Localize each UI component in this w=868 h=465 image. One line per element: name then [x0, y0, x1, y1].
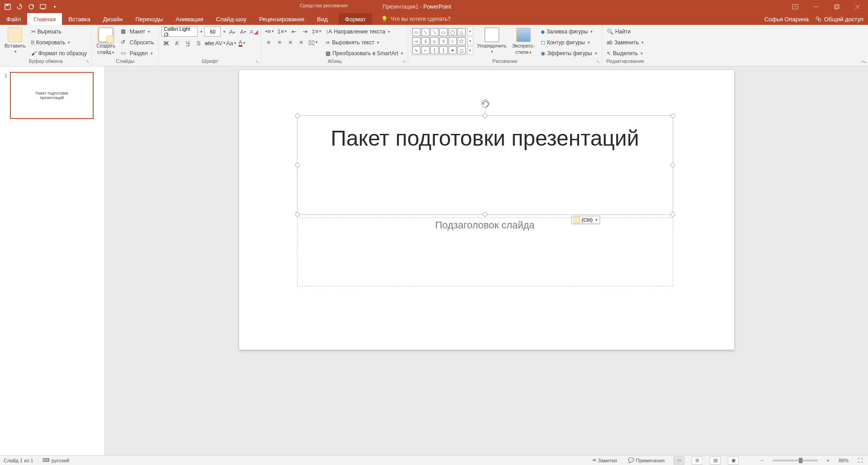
zoom-value[interactable]: 88% — [839, 458, 849, 463]
title-textbox[interactable]: Пакет подготовки презентаций — [297, 115, 673, 215]
shapes-gallery[interactable]: ▭＼＼▭◯△ ⇨⇩◇⇧☆⬡ ∿⌐{}✦◻ — [411, 27, 467, 56]
share-button[interactable]: Общий доступ — [815, 16, 863, 23]
format-painter-button[interactable]: 🖌Формат по образцу — [29, 48, 89, 58]
thumbnail-preview[interactable]: Пакет подготовки презентаций — [10, 72, 94, 119]
shape-callout-icon[interactable]: ◻ — [458, 46, 466, 54]
slide-thumbnail-pane[interactable]: 1 Пакет подготовки презентаций — [0, 66, 105, 455]
zoom-out-button[interactable]: − — [759, 458, 765, 463]
close-button[interactable] — [847, 0, 868, 13]
shape-curve-icon[interactable]: ∿ — [412, 46, 420, 54]
change-case-button[interactable]: Aa▾ — [226, 38, 236, 47]
resize-handle-b[interactable] — [483, 212, 487, 217]
zoom-thumb[interactable] — [799, 458, 802, 463]
italic-button[interactable]: К — [172, 38, 181, 47]
find-button[interactable]: 🔍Найти — [605, 27, 646, 37]
text-direction-button[interactable]: ↕AНаправление текста▾ — [324, 27, 405, 37]
gallery-up-icon[interactable]: ▴ — [467, 27, 473, 35]
convert-smartart-button[interactable]: ▦Преобразовать в SmartArt▾ — [324, 48, 405, 58]
tab-home[interactable]: Главная — [27, 13, 62, 25]
subtitle-placeholder-text[interactable]: Подзаголовок слайда — [297, 218, 673, 231]
tab-animations[interactable]: Анимация — [169, 13, 209, 25]
character-spacing-button[interactable]: AV▾ — [216, 38, 225, 47]
shape-arrow-d-icon[interactable]: ⇩ — [421, 37, 429, 45]
font-launcher-icon[interactable]: ⤡ — [255, 59, 259, 64]
strikethrough-button[interactable]: abc — [205, 38, 214, 47]
rotate-handle-icon[interactable] — [481, 100, 489, 108]
slide-canvas[interactable]: Пакет подготовки презентаций Подзаголово… — [239, 70, 734, 350]
start-from-beginning-icon[interactable] — [39, 3, 47, 11]
increase-font-icon[interactable]: A▴ — [227, 27, 236, 36]
zoom-in-button[interactable]: + — [825, 458, 831, 463]
tab-transitions[interactable]: Переходы — [129, 13, 169, 25]
clipboard-launcher-icon[interactable]: ⤡ — [86, 59, 90, 64]
quick-styles-button[interactable]: Экспресс- стили▾ — [510, 27, 537, 56]
shape-fill-button[interactable]: ◆Заливка фигуры▾ — [539, 27, 599, 37]
text-shadow-button[interactable]: S — [194, 38, 203, 47]
align-center-button[interactable]: ≡ — [275, 38, 284, 47]
notes-button[interactable]: ≐Заметки — [590, 457, 619, 463]
align-text-button[interactable]: ⬄Выровнять текст▾ — [324, 38, 405, 47]
line-spacing-button[interactable]: ‡≡▾ — [311, 27, 322, 36]
font-color-button[interactable]: A▾ — [237, 38, 246, 47]
thumbnail-1[interactable]: 1 Пакет подготовки презентаций — [5, 72, 100, 119]
qat-customize-icon[interactable]: ▾ — [51, 3, 59, 11]
paste-button[interactable]: Вставить ▾ — [3, 27, 28, 55]
ribbon-display-options-icon[interactable] — [785, 0, 806, 13]
clear-formatting-icon[interactable]: A◢ — [249, 27, 258, 36]
tab-slideshow[interactable]: Слайд-шоу — [210, 13, 253, 25]
tab-file[interactable]: Файл — [0, 13, 27, 25]
select-button[interactable]: ↖Выделить▾ — [605, 48, 646, 58]
cut-button[interactable]: ✂Вырезать — [29, 27, 89, 37]
tab-view[interactable]: Вид — [311, 13, 334, 25]
new-slide-button[interactable]: Создать слайд▾ — [94, 27, 117, 56]
justify-button[interactable]: ≡ — [297, 38, 306, 47]
fit-to-window-button[interactable]: ⛶ — [856, 458, 864, 463]
resize-handle-t[interactable] — [483, 114, 487, 118]
shape-line2-icon[interactable]: ＼ — [430, 28, 439, 36]
redo-icon[interactable] — [27, 3, 35, 11]
shape-outline-button[interactable]: ◻Контур фигуры▾ — [539, 38, 599, 47]
resize-handle-l[interactable] — [295, 163, 300, 167]
bold-button[interactable]: Ж — [161, 38, 170, 47]
tab-design[interactable]: Дизайн — [97, 13, 129, 25]
save-icon[interactable] — [4, 3, 12, 11]
arrange-button[interactable]: Упорядочить ▾ — [475, 27, 508, 55]
paragraph-launcher-icon[interactable]: ⤡ — [402, 59, 406, 64]
align-right-button[interactable]: ≡ — [286, 38, 295, 47]
tab-review[interactable]: Рецензирование — [253, 13, 311, 25]
shape-oval-icon[interactable]: ◯ — [448, 28, 457, 36]
tell-me-search[interactable]: 💡 Что вы хотите сделать? — [381, 13, 451, 25]
layout-button[interactable]: ▦Макет▾ — [119, 27, 156, 37]
font-name-dropdown-icon[interactable]: ▾ — [200, 29, 203, 34]
sorter-view-button[interactable]: ⊞ — [692, 456, 703, 465]
decrease-indent-button[interactable]: ⇤ — [289, 27, 298, 36]
replace-button[interactable]: abЗаменить▾ — [605, 38, 646, 47]
maximize-button[interactable] — [826, 0, 847, 13]
shape-star-icon[interactable]: ☆ — [448, 37, 457, 45]
slide-edit-area[interactable]: Пакет подготовки презентаций Подзаголово… — [105, 66, 868, 455]
section-button[interactable]: ▭Раздел▾ — [119, 48, 156, 58]
gallery-more-icon[interactable]: ▾ — [467, 46, 473, 55]
resize-handle-tr[interactable] — [670, 114, 675, 118]
tab-insert[interactable]: Вставка — [62, 13, 96, 25]
shape-arrow-r-icon[interactable]: ⇨ — [412, 37, 420, 45]
slide-title-text[interactable]: Пакет подготовки презентаций — [297, 116, 673, 151]
tab-format[interactable]: Формат — [339, 13, 372, 25]
copy-button[interactable]: ⎘Копировать▾ — [29, 38, 89, 47]
align-left-button[interactable]: ≡ — [264, 38, 273, 47]
minimize-button[interactable] — [806, 0, 826, 13]
shape-rect2-icon[interactable]: ▭ — [439, 28, 448, 36]
shape-triangle-icon[interactable]: △ — [458, 28, 466, 36]
increase-indent-button[interactable]: ⇥ — [300, 27, 309, 36]
decrease-font-icon[interactable]: A▾ — [238, 27, 247, 36]
shape-hex-icon[interactable]: ⬡ — [458, 37, 466, 45]
collapse-ribbon-icon[interactable]: へ — [861, 58, 866, 65]
resize-handle-r[interactable] — [670, 163, 675, 167]
language-button[interactable]: ⌨русский — [41, 457, 71, 463]
shape-line-icon[interactable]: ＼ — [421, 28, 429, 36]
shape-brace-r-icon[interactable]: } — [439, 46, 448, 54]
resize-handle-tl[interactable] — [295, 114, 300, 118]
bullets-button[interactable]: •≡▾ — [264, 27, 275, 36]
shape-effects-button[interactable]: ◉Эффекты фигуры▾ — [539, 48, 599, 58]
resize-handle-br[interactable] — [670, 212, 675, 217]
